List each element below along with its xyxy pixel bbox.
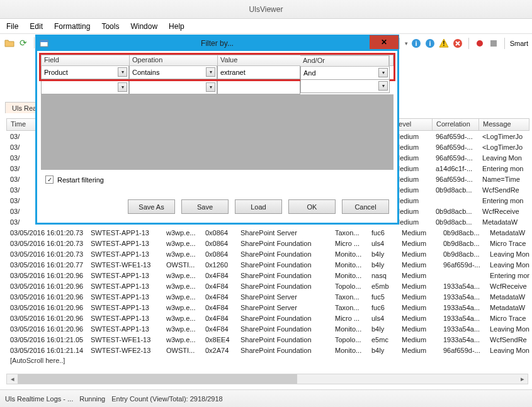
filter-field-select[interactable]: ▾ — [41, 66, 129, 79]
col-correlation[interactable]: Correlation — [433, 119, 479, 130]
dialog-close-button[interactable]: ✕ — [370, 35, 399, 49]
col-message[interactable]: Message — [479, 119, 529, 130]
svg-text:i: i — [429, 40, 431, 47]
load-button[interactable]: Load — [235, 199, 282, 214]
svg-rect-7 — [490, 40, 497, 47]
ok-button[interactable]: OK — [288, 199, 336, 214]
status-file: Uls Realtime Logs - ... — [5, 395, 73, 403]
horizontal-scrollbar[interactable]: ◂ ▸ — [6, 374, 528, 384]
filter-value-input-2[interactable] — [217, 81, 300, 94]
table-row[interactable]: 03/05/2016 16:01:20.73SWTEST-APP1-13w3wp… — [6, 227, 529, 238]
dialog-titlebar[interactable]: Filter by... ✕ — [37, 36, 398, 51]
dropdown-caret-icon: ▾ — [206, 82, 215, 92]
svg-text:i: i — [415, 40, 417, 47]
svg-point-6 — [477, 40, 483, 47]
menu-tools[interactable]: Tools — [101, 22, 119, 31]
scroll-track[interactable] — [18, 374, 517, 384]
status-state: Running — [79, 395, 105, 403]
record-icon[interactable] — [474, 38, 485, 49]
table-row[interactable]: 03/05/2016 16:01:20.96SWTEST-APP1-13w3wp… — [6, 323, 529, 334]
menu-edit[interactable]: Edit — [30, 22, 43, 31]
svg-text:!: ! — [443, 40, 444, 47]
smart-label[interactable]: Smart — [510, 40, 528, 47]
cancel-button[interactable]: Cancel — [342, 199, 389, 214]
table-row[interactable]: 03/05/2016 16:01:20.96SWTEST-APP1-13w3wp… — [6, 302, 529, 313]
scroll-right-arrow-icon[interactable]: ▸ — [517, 374, 528, 384]
window-title: UlsViewer — [249, 5, 283, 14]
close-icon: ✕ — [381, 38, 387, 47]
saveas-button[interactable]: Save As — [128, 199, 175, 214]
table-row[interactable]: 03/05/2016 16:01:21.14SWTEST-WFE2-13OWST… — [6, 345, 529, 355]
status-entry-count: Entry Count (View/Total): 2918/2918 — [111, 395, 223, 403]
dialog-body-gray — [41, 94, 393, 170]
dialog-app-icon — [39, 38, 49, 48]
table-row[interactable]: 03/05/2016 16:01:20.96SWTEST-APP1-13w3wp… — [6, 313, 529, 323]
filter-col-operation: Operation — [130, 55, 218, 65]
menubar: File Edit Formatting Tools Window Help — [0, 19, 532, 34]
toolbar-right: ▾ i i ! Smart — [397, 35, 528, 52]
table-row[interactable]: 03/05/2016 16:01:20.96SWTEST-APP1-13w3wp… — [6, 270, 529, 281]
table-row[interactable]: 03/05/2016 16:01:21.05SWTEST-WFE1-13w3wp… — [6, 334, 529, 345]
refresh-icon[interactable]: ⟳ — [18, 37, 29, 48]
filter-grid: Field Operation Value And/Or ▾ ▾ And/Or — [41, 53, 393, 94]
menu-help[interactable]: Help — [169, 22, 184, 31]
scroll-left-arrow-icon[interactable]: ◂ — [7, 374, 18, 384]
open-folder-icon[interactable] — [4, 37, 15, 48]
save-button[interactable]: Save — [181, 199, 229, 214]
dropdown-caret-icon[interactable]: ▾ — [405, 40, 408, 47]
table-row[interactable]: 03/05/2016 16:01:20.73SWTEST-APP1-13w3wp… — [6, 248, 529, 259]
filter-col-value: Value — [218, 55, 301, 65]
autoscroll-marker: [AutoScroll here..] — [6, 355, 529, 365]
table-row[interactable]: 03/05/2016 16:01:20.96SWTEST-APP1-13w3wp… — [6, 291, 529, 302]
window-titlebar: UlsViewer — [0, 0, 532, 19]
dialog-button-row: Save As Save Load OK Cancel — [128, 199, 389, 214]
filter-dialog: Filter by... ✕ Field Operation Value And… — [35, 35, 399, 225]
stop-icon[interactable] — [488, 38, 499, 49]
error-icon[interactable] — [452, 38, 463, 49]
filter-value-input[interactable] — [217, 66, 300, 79]
filter-col-field: Field — [42, 55, 130, 65]
checkbox-icon[interactable]: ✓ — [45, 176, 54, 184]
menu-window[interactable]: Window — [130, 22, 157, 31]
info-icon[interactable]: i — [410, 38, 422, 49]
filter-andor-select[interactable]: ▾ — [300, 67, 390, 80]
table-row[interactable]: 03/05/2016 16:01:20.77SWTEST-WFE1-13OWST… — [6, 259, 529, 270]
dialog-title: Filter by... — [201, 39, 234, 48]
menu-file[interactable]: File — [6, 22, 18, 31]
filter-field-select-2[interactable]: ▾ — [41, 81, 129, 94]
filter-operation-select[interactable]: ▾ — [129, 66, 217, 79]
table-row[interactable]: 03/05/2016 16:01:20.96SWTEST-APP1-13w3wp… — [6, 281, 529, 291]
filter-andor-value[interactable] — [301, 67, 389, 79]
filter-field-value[interactable] — [42, 66, 128, 79]
statusbar: Uls Realtime Logs - ... Running Entry Co… — [0, 389, 532, 407]
filter-row-2: ▾ ▾ — [41, 81, 393, 94]
filter-operation-value[interactable] — [130, 66, 217, 79]
scroll-thumb[interactable] — [18, 374, 297, 384]
warning-icon[interactable]: ! — [438, 38, 450, 49]
info2-icon[interactable]: i — [424, 38, 436, 49]
filter-value-text[interactable] — [218, 66, 300, 79]
restart-filtering-checkbox[interactable]: ✓ Restart filtering — [45, 176, 104, 184]
filter-operation-select-2[interactable]: ▾ — [129, 81, 217, 94]
menu-formatting[interactable]: Formatting — [54, 22, 90, 31]
svg-rect-9 — [40, 40, 48, 42]
filter-col-andor2: And/Or — [300, 56, 389, 66]
dropdown-caret-icon: ▾ — [118, 82, 127, 92]
table-row[interactable]: 03/05/2016 16:01:20.73SWTEST-APP1-13w3wp… — [6, 238, 529, 248]
restart-filtering-label: Restart filtering — [57, 176, 104, 184]
